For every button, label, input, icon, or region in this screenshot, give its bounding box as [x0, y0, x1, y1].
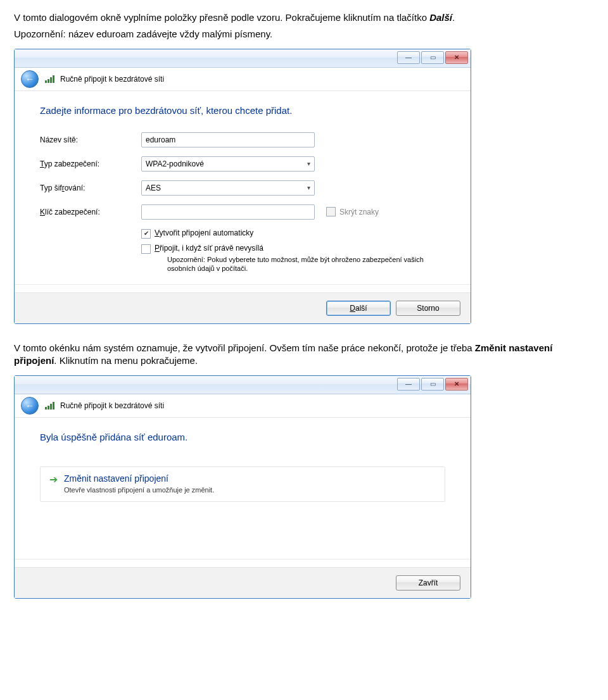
back-arrow-icon: ←	[25, 74, 34, 84]
security-type-combo[interactable]: WPA2-podnikové ▾	[141, 156, 315, 172]
dialog-footer: Zavřít	[15, 567, 471, 598]
minimize-icon: —	[405, 380, 412, 387]
close-icon: ✕	[454, 54, 459, 61]
doc-para-1: V tomto dialogovém okně vyplníme položky…	[14, 11, 594, 24]
doc-para-2: Upozornění: název eduroam zadávejte vždy…	[14, 28, 594, 41]
wizard-header: ← Ručně připojit k bezdrátové síti	[15, 394, 471, 418]
wizard-header: ← Ručně připojit k bezdrátové síti	[15, 68, 471, 91]
change-settings-option[interactable]: ➔ Změnit nastavení připojení Otevře vlas…	[40, 466, 445, 502]
divider	[15, 559, 471, 559]
close-button[interactable]: ✕	[445, 378, 468, 391]
doc-para-1a: V tomto dialogovém okně vyplníme položky…	[14, 12, 429, 23]
doc-para-3a: V tomto okénku nám systém oznamuje, že v…	[14, 342, 475, 353]
auto-connect-checkbox[interactable]	[141, 229, 151, 239]
close-icon: ✕	[454, 380, 459, 387]
option-title: Změnit nastavení připojení	[64, 473, 214, 484]
hidden-warning: Upozornění: Pokud vyberete tuto možnost,…	[167, 255, 445, 273]
chevron-down-icon: ▾	[307, 160, 310, 167]
maximize-icon: ▭	[430, 54, 436, 61]
success-text: Byla úspěšně přidána síť eduroam.	[40, 432, 445, 442]
divider	[15, 284, 471, 285]
instruction-text: Zadejte informace pro bezdrátovou síť, k…	[40, 105, 445, 116]
dialog-body: Byla úspěšně přidána síť eduroam. ➔ Změn…	[15, 418, 471, 567]
minimize-icon: —	[405, 54, 412, 61]
dialog-wifi-added: — ▭ ✕ ← Ručně připojit k bezdrátové síti…	[14, 375, 471, 599]
wizard-title: Ručně připojit k bezdrátové síti	[60, 75, 164, 84]
chevron-down-icon: ▾	[307, 184, 310, 191]
wifi-icon	[45, 75, 54, 83]
encryption-type-value: AES	[146, 184, 161, 192]
titlebar: — ▭ ✕	[15, 49, 471, 68]
hide-chars-label: Skrýt znaky	[339, 208, 379, 216]
wifi-icon	[45, 402, 54, 409]
connect-hidden-checkbox[interactable]	[141, 244, 151, 254]
label-encryption-type: Typ šifrování:	[40, 184, 141, 192]
back-button[interactable]: ←	[21, 397, 39, 415]
cancel-button[interactable]: Storno	[396, 301, 460, 316]
close-button[interactable]: ✕	[445, 51, 468, 64]
back-button[interactable]: ←	[21, 70, 39, 88]
minimize-button[interactable]: —	[397, 51, 420, 64]
doc-para-1b: Další	[429, 12, 452, 23]
titlebar: — ▭ ✕	[15, 376, 471, 394]
maximize-button[interactable]: ▭	[421, 51, 444, 64]
label-network-name: Název sítě:	[40, 135, 141, 144]
dialog-footer: Další Storno	[15, 292, 471, 323]
dialog-body: Zadejte informace pro bezdrátovou síť, k…	[15, 91, 471, 293]
maximize-button[interactable]: ▭	[421, 378, 444, 391]
security-type-value: WPA2-podnikové	[146, 159, 204, 168]
next-button[interactable]: Další	[326, 301, 391, 316]
arrow-right-icon: ➔	[49, 475, 58, 485]
label-security-key: Klíč zabezpečení:	[40, 208, 141, 216]
connect-hidden-label: Připojit, i když síť právě nevysílá	[155, 244, 263, 253]
wizard-title: Ručně připojit k bezdrátové síti	[60, 401, 164, 410]
hide-chars-checkbox	[326, 207, 336, 216]
back-arrow-icon: ←	[25, 401, 34, 411]
maximize-icon: ▭	[430, 380, 436, 387]
minimize-button[interactable]: —	[397, 378, 420, 391]
doc-para-3: V tomto okénku nám systém oznamuje, že v…	[14, 342, 594, 368]
security-key-input[interactable]	[141, 204, 315, 220]
option-subtitle: Otevře vlastnosti připojení a umožňuje j…	[64, 486, 214, 494]
doc-para-1c: .	[452, 12, 455, 23]
auto-connect-label: Vytvořit připojení automaticky	[155, 228, 253, 237]
dialog-add-wifi: — ▭ ✕ ← Ručně připojit k bezdrátové síti…	[14, 49, 471, 325]
network-name-input[interactable]	[141, 132, 315, 147]
label-security-type: Typ zabezpečení:	[40, 159, 141, 168]
close-dialog-button[interactable]: Zavřít	[396, 575, 460, 591]
doc-para-3c: . Kliknutím na menu pokračujeme.	[54, 355, 198, 366]
encryption-type-combo[interactable]: AES ▾	[141, 180, 315, 196]
